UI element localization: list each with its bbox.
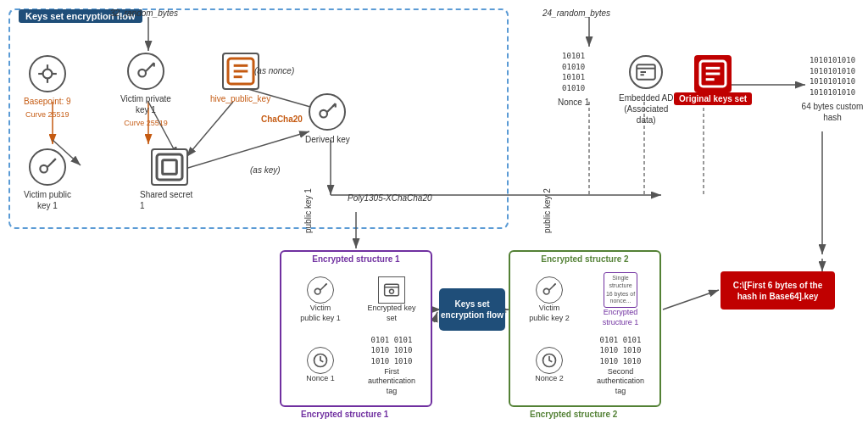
- public-key-1-rotated: public key 1: [303, 188, 313, 233]
- label-32-random-bytes: 32_random_bytes: [110, 8, 178, 18]
- svg-line-58: [325, 284, 327, 287]
- enc1-nonce-label: Nonce 1: [306, 374, 335, 384]
- embedded-ad-label: Embedded AD(Associateddata): [619, 92, 674, 126]
- svg-point-61: [390, 289, 394, 293]
- shared-secret1-label: Shared secret 1: [140, 189, 199, 211]
- enc1-key-icon: [307, 276, 334, 304]
- enc1-nonce-icon: [307, 347, 334, 374]
- svg-point-56: [314, 288, 320, 294]
- enc1-cell-enc-key: Encrypted keyset: [358, 269, 426, 332]
- embedded-ad-icon: [629, 55, 663, 89]
- hive-public-key-label: hive_public_key: [210, 93, 270, 104]
- diagram: Keys set encryption flow: [0, 0, 868, 424]
- node-basepoint: Basepoint: 9 Curve 25519: [24, 55, 71, 120]
- hash-key-file-box: C:\[First 6 bytes of the hash in Base64]…: [721, 271, 835, 310]
- enc1-enc-key-label: Encrypted keyset: [367, 304, 415, 323]
- svg-line-45: [53, 159, 55, 161]
- shared-secret1-icon: [151, 148, 188, 186]
- label-as-key: (as key): [250, 165, 281, 175]
- node-victim-private-key1: Victim privatekey 1 Curve 25519: [120, 53, 171, 129]
- derived-key-label: Derived key: [305, 134, 350, 145]
- enc-structure2-bottom-label: Encrypted structure 2: [530, 410, 617, 419]
- curve-25519-label-2: Curve 25519: [124, 119, 168, 129]
- enc1-enc-key-icon: [378, 276, 405, 304]
- node-victim-public-key1: Victim publickey 1: [24, 148, 71, 211]
- svg-line-18: [434, 312, 437, 322]
- enc2-auth-label: Secondauthenticationtag: [597, 367, 644, 397]
- victim-public-key1-bottom-label: Victim publickey 1: [24, 189, 71, 211]
- node-nonce1: 10101010101010101010 Nonce 1: [558, 51, 589, 108]
- svg-point-26: [42, 70, 52, 79]
- svg-point-39: [320, 110, 328, 118]
- enc1-key-label: Victimpublic key 1: [300, 304, 341, 323]
- enc2-struct1-mini: Singlestructure 16 bytes ofnonce...: [604, 272, 637, 308]
- nonce1-binary: 10101010101010101010: [562, 51, 585, 93]
- top-encryption-box: Keys set encryption flow: [8, 8, 509, 229]
- svg-line-24: [663, 290, 719, 310]
- node-original-keys-set: Original keys set: [674, 55, 752, 105]
- label-poly1305: Poly1305-XChaCha20: [348, 193, 432, 203]
- node-embedded-ad: Embedded AD(Associateddata): [619, 55, 674, 126]
- node-derived-key: Derived key: [305, 93, 350, 145]
- keys-set-flow-box: Keys set encryption flow: [439, 288, 505, 331]
- original-keys-set-label: Original keys set: [674, 92, 752, 105]
- enc1-auth-binary: 0101 01011010 10101010 1010: [371, 335, 413, 367]
- hive-public-key-icon: [222, 53, 259, 90]
- victim-public-key1-icon: [29, 148, 66, 186]
- svg-point-31: [138, 70, 146, 77]
- enc1-cell-auth: 0101 01011010 10101010 1010 Firstauthent…: [358, 335, 426, 398]
- basepoint-icon: [29, 55, 66, 92]
- enc2-cell-struct1: Singlestructure 16 bytes ofnonce... Encr…: [587, 269, 654, 332]
- encrypted-structure-2-box: Encrypted structure 2 Victimpublic key 2…: [509, 250, 661, 407]
- basepoint-label: Basepoint: 9: [24, 96, 71, 107]
- svg-rect-47: [163, 160, 177, 175]
- label-24-random-bytes: 24_random_bytes: [542, 8, 610, 18]
- label-as-nonce: (as nonce): [254, 66, 294, 75]
- enc-structure1-bottom-label: Encrypted structure 1: [301, 410, 388, 419]
- original-keys-set-icon: [694, 55, 732, 92]
- label-chacha20: ChaCha20: [261, 114, 303, 124]
- public-key-2-rotated: public key 2: [542, 188, 552, 233]
- victim-private-key1-label: Victim privatekey 1: [120, 93, 171, 115]
- enc1-auth-label: Firstauthenticationtag: [368, 367, 415, 397]
- enc2-cell-nonce: Nonce 2: [515, 335, 583, 398]
- hash-key-label: C:\[First 6 bytes of the hash in Base64]…: [724, 280, 832, 302]
- node-hive-public-key: hive_public_key: [210, 53, 270, 104]
- svg-line-65: [554, 284, 556, 287]
- enc2-key-label: Victimpublic key 2: [529, 304, 570, 323]
- enc2-key-icon: [536, 276, 563, 304]
- enc2-nonce-icon: [536, 347, 563, 374]
- node-shared-secret1: Shared secret 1: [140, 148, 199, 211]
- svg-point-43: [40, 165, 47, 173]
- derived-key-icon: [309, 93, 346, 131]
- hash-label: 64 bytes custom hash: [797, 101, 868, 123]
- enc2-struct1-label: Encryptedstructure 1: [603, 308, 639, 327]
- enc1-cell-nonce: Nonce 1: [287, 335, 354, 398]
- nonce1-label: Nonce 1: [558, 97, 589, 108]
- svg-rect-46: [157, 154, 182, 180]
- node-binary-hash: 1010101010101010101010101010101010101010…: [797, 55, 868, 123]
- keys-set-flow-label: Keys set encryption flow: [439, 298, 505, 321]
- enc2-auth-binary: 0101 01011010 10101010 1010: [600, 335, 642, 367]
- svg-point-63: [543, 288, 549, 294]
- victim-private-key1-icon: [127, 53, 164, 90]
- enc2-nonce-label: Nonce 2: [535, 374, 564, 384]
- enc2-cell-auth: 0101 01011010 10101010 1010 Secondauthen…: [587, 335, 654, 398]
- encrypted-structure-1-box: Encrypted structure 1 Victimpublic key 1…: [280, 250, 432, 407]
- enc-structure2-title: Encrypted structure 2: [510, 252, 659, 265]
- binary-hash-text: 1010101010101010101010101010101010101010: [810, 55, 855, 98]
- enc-structure1-title: Encrypted structure 1: [281, 252, 431, 265]
- enc2-cell-key: Victimpublic key 2: [515, 269, 583, 332]
- enc1-cell-key: Victimpublic key 1: [287, 269, 354, 332]
- curve-25519-label-1: Curve 25519: [25, 110, 70, 120]
